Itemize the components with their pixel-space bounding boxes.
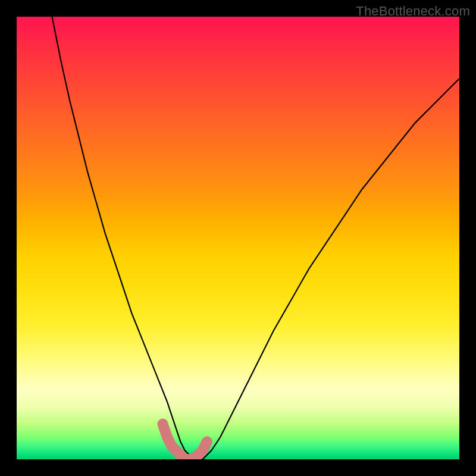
watermark-text: TheBottleneck.com [356,4,470,19]
bottleneck-curve [52,17,460,459]
chart-svg [17,17,459,459]
zero-bottleneck-region [163,424,207,460]
chart-plot-area [17,17,459,459]
